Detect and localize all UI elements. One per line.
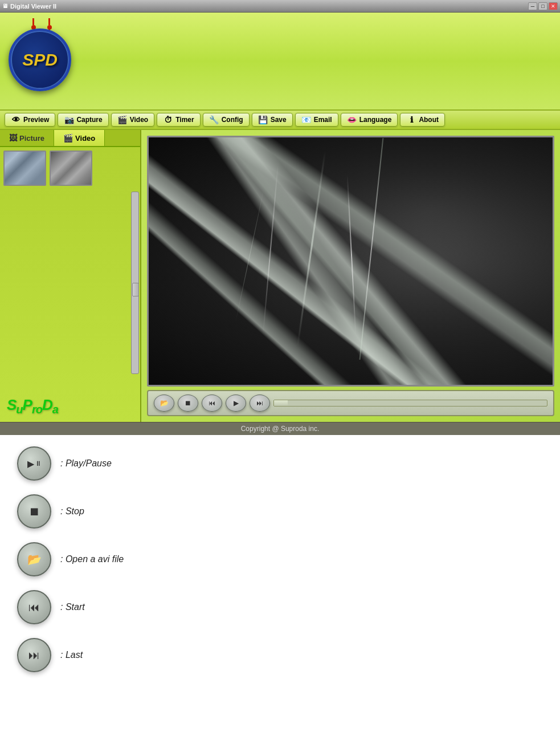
playpause-desc-icon: ▶⏸	[27, 458, 42, 469]
save-icon: 💾	[258, 116, 268, 124]
timer-label: Timer	[175, 116, 194, 124]
progress-fill	[274, 400, 288, 406]
playpause-description: : Play/Pause	[60, 458, 112, 469]
scrollbar-thumb[interactable]	[132, 283, 139, 296]
config-icon: 🔧	[209, 116, 219, 124]
video-label: Video	[130, 116, 148, 124]
email-label: Email	[314, 116, 332, 124]
playpause-icon: ▶	[234, 399, 239, 407]
app-footer: Copyright @ Suproda inc.	[0, 422, 560, 435]
video-tab-icon: 🎬	[63, 133, 73, 143]
stop-description: : Stop	[60, 506, 84, 517]
last-description: : Last	[60, 650, 83, 660]
logo-container: SPD	[9, 18, 71, 91]
title-text: Digital Viewer II	[10, 3, 56, 10]
capture-icon: 📷	[64, 116, 74, 124]
stop-desc-button: ⏹	[17, 494, 51, 529]
main-content: 🖼 Picture 🎬 Video	[0, 130, 560, 422]
thumbnail-2[interactable]	[50, 151, 92, 186]
about-button[interactable]: ℹ About	[400, 113, 445, 127]
last-desc-button: ⏭	[17, 638, 51, 672]
progress-bar[interactable]	[273, 400, 547, 407]
close-button[interactable]: ✕	[549, 2, 558, 10]
next-icon: ⏭	[256, 399, 263, 407]
app-window: SPD 👁 Preview 📷 Capture 🎬 Video ⏱ Timer …	[0, 13, 560, 435]
logo-orbit	[11, 31, 69, 89]
logo-circle: SPD	[9, 29, 71, 91]
antenna-left	[31, 18, 36, 27]
last-desc-row: ⏭ : Last	[17, 638, 543, 672]
config-button[interactable]: 🔧 Config	[203, 113, 250, 127]
language-icon: 👄	[347, 116, 357, 124]
stop-desc-row: ⏹ : Stop	[17, 494, 543, 529]
copyright-text: Copyright @ Suproda inc.	[241, 425, 320, 433]
antenna-right	[47, 18, 52, 27]
playpause-desc-row: ▶⏸ : Play/Pause	[17, 446, 543, 481]
about-label: About	[419, 116, 439, 124]
save-label: Save	[271, 116, 287, 124]
open-desc-button: 📂	[17, 542, 51, 576]
prev-icon: ⏮	[209, 399, 215, 407]
capture-button[interactable]: 📷 Capture	[58, 113, 108, 127]
open-desc-row: 📂 : Open a avi file	[17, 542, 543, 576]
maximize-button[interactable]: □	[538, 2, 547, 10]
picture-tab-label: Picture	[19, 134, 44, 143]
app-header: SPD	[0, 13, 560, 109]
start-desc-icon: ⏮	[28, 601, 40, 614]
capture-label: Capture	[76, 116, 102, 124]
toolbar: 👁 Preview 📷 Capture 🎬 Video ⏱ Timer 🔧 Co…	[0, 109, 560, 130]
config-label: Config	[222, 116, 243, 124]
fiber-lines	[149, 137, 553, 385]
picture-tab-icon: 🖼	[9, 133, 17, 143]
video-tab-label: Video	[75, 134, 95, 143]
open-file-icon: 📂	[160, 399, 169, 407]
left-panel: 🖼 Picture 🎬 Video	[0, 130, 141, 422]
tab-picture[interactable]: 🖼 Picture	[0, 130, 54, 146]
last-desc-icon: ⏭	[28, 649, 40, 662]
timer-icon: ⏱	[163, 116, 173, 124]
window-controls: ─ □ ✕	[528, 2, 558, 10]
video-frame	[147, 136, 554, 387]
start-desc-button: ⏮	[17, 590, 51, 624]
scrollbar[interactable]	[131, 192, 139, 374]
open-file-button[interactable]: 📂	[154, 395, 174, 412]
about-icon: ℹ	[406, 116, 416, 124]
stop-desc-icon: ⏹	[28, 505, 40, 518]
timer-button[interactable]: ⏱ Timer	[157, 113, 200, 127]
next-button[interactable]: ⏭	[250, 395, 270, 412]
tab-bar: 🖼 Picture 🎬 Video	[0, 130, 140, 147]
start-desc-row: ⏮ : Start	[17, 590, 543, 624]
minimize-button[interactable]: ─	[528, 2, 537, 10]
prev-button[interactable]: ⏮	[202, 395, 222, 412]
save-button[interactable]: 💾 Save	[252, 113, 293, 127]
window-title: 🖥 Digital Viewer II	[2, 3, 56, 10]
language-button[interactable]: 👄 Language	[341, 113, 398, 127]
titlebar: 🖥 Digital Viewer II ─ □ ✕	[0, 0, 560, 13]
video-icon: 🎬	[117, 116, 128, 124]
tab-video[interactable]: 🎬 Video	[54, 130, 105, 146]
start-description: : Start	[60, 602, 85, 612]
video-area: 📂 ⏹ ⏮ ▶ ⏭	[141, 130, 560, 422]
logo-antennae	[28, 18, 52, 27]
suproda-logo: SuProDa	[0, 390, 140, 422]
language-label: Language	[359, 116, 392, 124]
thumbnail-panel	[0, 147, 140, 189]
preview-button[interactable]: 👁 Preview	[5, 113, 55, 127]
thumb1-image	[5, 152, 45, 185]
preview-label: Preview	[23, 116, 49, 124]
thumbnail-1[interactable]	[3, 151, 46, 186]
video-button[interactable]: 🎬 Video	[111, 113, 154, 127]
stop-icon: ⏹	[185, 399, 191, 407]
player-controls: 📂 ⏹ ⏮ ▶ ⏭	[147, 390, 554, 416]
scrollbar-area	[0, 189, 140, 390]
email-icon: 📧	[301, 116, 312, 124]
email-button[interactable]: 📧 Email	[295, 113, 338, 127]
playpause-button[interactable]: ▶	[226, 395, 246, 412]
stop-button[interactable]: ⏹	[178, 395, 198, 412]
open-desc-icon: 📂	[27, 552, 42, 566]
below-content: ▶⏸ : Play/Pause ⏹ : Stop 📂 : Open a avi …	[0, 435, 560, 697]
playpause-desc-button: ▶⏸	[17, 446, 51, 481]
open-description: : Open a avi file	[60, 554, 124, 564]
preview-icon: 👁	[11, 116, 21, 124]
thumb2-image	[51, 152, 91, 185]
